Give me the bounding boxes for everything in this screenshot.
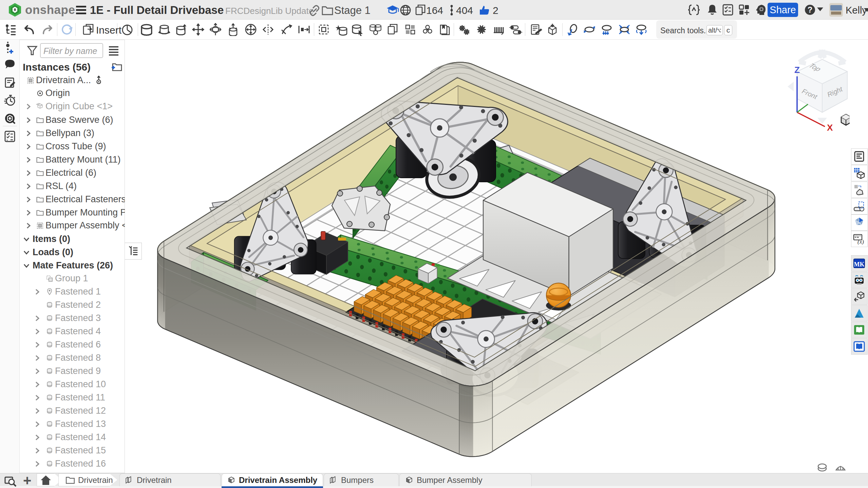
svg-text:MK: MK <box>854 261 865 268</box>
svg-text:?: ? <box>808 5 813 14</box>
svg-text:Z: Z <box>794 65 800 75</box>
svg-text:X: X <box>827 123 833 133</box>
svg-text:(x): (x) <box>857 239 864 245</box>
